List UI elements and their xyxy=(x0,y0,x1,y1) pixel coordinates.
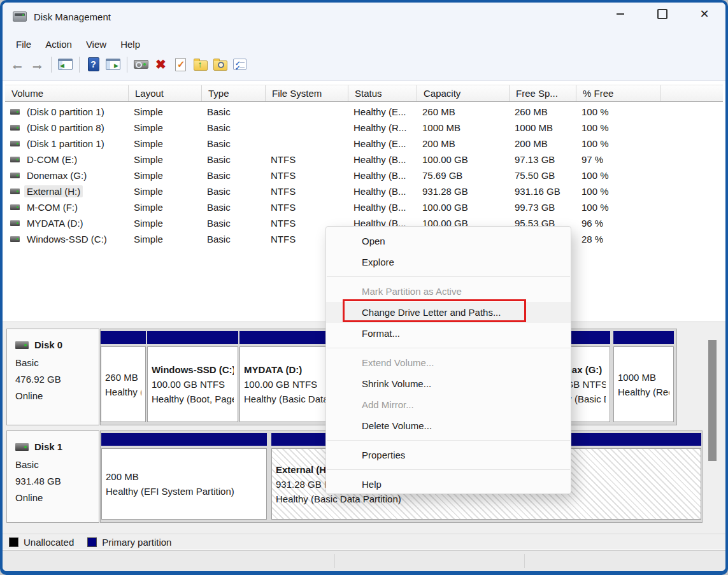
table-cell: 931.28 GB xyxy=(417,186,510,197)
table-cell: Basic xyxy=(202,202,266,213)
table-cell: 100 % xyxy=(576,122,660,133)
partition-200-mb[interactable]: 200 MBHealthy (EFI System Partition) xyxy=(101,433,267,520)
volume-icon xyxy=(10,220,20,226)
context-menu-item-explore[interactable]: Explore xyxy=(326,252,571,273)
disk0-info-panel[interactable]: Disk 0 Basic 476.92 GB Online xyxy=(6,329,99,425)
table-row[interactable]: (Disk 0 partition 8)SimpleBasicHealthy (… xyxy=(5,120,723,136)
volume-cell: (Disk 1 partition 1) xyxy=(5,138,129,150)
context-menu-item-delete-volume[interactable]: Delete Volume... xyxy=(326,415,571,436)
table-cell: 96 % xyxy=(576,218,660,229)
disk-name: Disk 0 xyxy=(34,337,62,353)
status-bar-divider xyxy=(524,554,525,568)
menu-action[interactable]: Action xyxy=(38,39,79,50)
context-menu-item-shrink-volume[interactable]: Shrink Volume... xyxy=(326,373,571,394)
disk-management-app-icon xyxy=(13,11,27,22)
context-menu-item-properties[interactable]: Properties xyxy=(326,444,571,465)
table-cell: 200 MB xyxy=(417,138,510,149)
column-header--free[interactable]: % Free xyxy=(576,85,660,101)
column-header-type[interactable]: Type xyxy=(202,85,266,101)
column-header-volume[interactable]: Volume xyxy=(5,85,129,101)
column-header-capacity[interactable]: Capacity xyxy=(417,85,510,101)
table-row[interactable]: External (H:)SimpleBasicNTFSHealthy (B..… xyxy=(5,183,723,199)
open-folder-button[interactable] xyxy=(190,55,210,73)
volume-label: Windows-SSD (C:) xyxy=(24,233,110,245)
context-menu-item-format[interactable]: Format... xyxy=(326,323,571,344)
toolbar-separator xyxy=(127,57,127,73)
table-cell: Simple xyxy=(129,202,202,213)
context-menu-item-open[interactable]: Open xyxy=(326,231,571,252)
context-menu-item-help[interactable]: Help xyxy=(326,474,571,495)
maximize-button[interactable] xyxy=(650,4,674,24)
legend-swatch xyxy=(9,537,18,547)
table-row[interactable]: M-COM (F:)SimpleBasicNTFSHealthy (B...10… xyxy=(5,199,723,215)
vertical-scrollbar-thumb[interactable] xyxy=(708,340,717,461)
menu-separator xyxy=(327,348,570,348)
table-cell: 28 % xyxy=(576,234,660,245)
delete-button[interactable] xyxy=(151,55,171,73)
close-button[interactable]: ✕ xyxy=(692,4,717,24)
volume-icon xyxy=(10,125,20,131)
partition-status: Healthy (EFI System Partition) xyxy=(105,385,141,399)
forward-button[interactable] xyxy=(27,55,47,73)
volume-label: MYDATA (D:) xyxy=(24,217,86,229)
partition-260-mb[interactable]: 260 MBHealthy (EFI System Partition) xyxy=(101,331,146,423)
disk1-info-panel[interactable]: Disk 1 Basic 931.48 GB Online xyxy=(6,430,99,523)
explore-folder-button[interactable] xyxy=(210,55,230,73)
table-row[interactable]: (Disk 0 partition 1)SimpleBasicHealthy (… xyxy=(5,104,723,120)
menu-view[interactable]: View xyxy=(79,39,113,50)
volume-label: D-COM (E:) xyxy=(24,153,80,166)
partition-status: Healthy (Recovery Partition) xyxy=(618,385,669,399)
table-row[interactable]: Donemax (G:)SimpleBasicNTFSHealthy (B...… xyxy=(5,167,723,183)
volume-cell: M-COM (F:) xyxy=(5,201,129,213)
volume-cell: D-COM (E:) xyxy=(5,153,129,166)
volume-label: (Disk 1 partition 1) xyxy=(24,138,107,150)
show-action-pane-button[interactable] xyxy=(103,55,123,73)
table-cell: 100 % xyxy=(576,106,660,117)
primary-partition-color-bar xyxy=(147,331,238,344)
partition-name: Windows-SSD (C:) xyxy=(152,362,234,377)
minimize-button[interactable] xyxy=(608,4,632,24)
table-cell: Basic xyxy=(202,186,266,197)
show-console-tree-icon xyxy=(58,59,73,70)
table-cell: Simple xyxy=(129,234,202,245)
show-action-pane-icon xyxy=(106,59,120,70)
disk-size: 476.92 GB xyxy=(15,371,99,388)
column-header-free-sp-[interactable]: Free Sp... xyxy=(510,85,576,101)
table-cell: Healthy (E... xyxy=(348,138,417,149)
menu-help[interactable]: Help xyxy=(113,39,147,50)
menu-file[interactable]: File xyxy=(9,39,38,50)
context-menu-item-extend-volume[interactable]: Extend Volume... xyxy=(326,352,571,373)
partition-size: 1000 MB xyxy=(618,370,669,385)
table-cell: Basic xyxy=(202,138,266,149)
partition-mydata[interactable]: MYDATA (D:)100.00 GB NTFSHealthy (Basic … xyxy=(239,331,331,423)
column-header-file-system[interactable]: File System xyxy=(266,85,348,101)
check-document-button[interactable] xyxy=(171,55,190,73)
table-cell: Simple xyxy=(129,218,202,229)
partition-1000-mb[interactable]: 1000 MBHealthy (Recovery Partition) xyxy=(613,331,674,423)
legend-label: Primary partition xyxy=(102,537,171,548)
volume-icon xyxy=(10,188,20,194)
forward-icon xyxy=(31,56,45,73)
table-row[interactable]: D-COM (E:)SimpleBasicNTFSHealthy (B...10… xyxy=(5,152,723,167)
column-header-status[interactable]: Status xyxy=(348,85,417,101)
column-header-layout[interactable]: Layout xyxy=(129,85,202,101)
volume-label: Donemax (G:) xyxy=(24,169,89,181)
legend-item: Primary partition xyxy=(87,537,171,548)
table-cell: Healthy (B... xyxy=(348,186,417,197)
rescan-disks-button[interactable] xyxy=(131,55,151,73)
disk-management-window: Disk Management ✕ FileActionViewHelp Vol… xyxy=(0,0,728,575)
table-row[interactable]: (Disk 1 partition 1)SimpleBasicHealthy (… xyxy=(5,136,723,152)
explore-folder-icon xyxy=(213,60,227,71)
open-folder-icon xyxy=(194,60,208,71)
task-list-button[interactable] xyxy=(230,55,250,73)
help-button[interactable] xyxy=(83,55,103,73)
back-button[interactable] xyxy=(8,55,27,73)
show-console-tree-button[interactable] xyxy=(55,55,75,73)
context-menu-item-add-mirror[interactable]: Add Mirror... xyxy=(326,394,571,415)
volume-icon xyxy=(10,141,20,146)
menu-bar: FileActionViewHelp xyxy=(9,36,147,52)
table-cell: 97.13 GB xyxy=(510,154,576,165)
partition-windows-ssd[interactable]: Windows-SSD (C:)100.00 GB NTFSHealthy (B… xyxy=(147,331,238,423)
toolbar-separator xyxy=(51,57,52,73)
legend-label: Unallocated xyxy=(24,537,74,548)
